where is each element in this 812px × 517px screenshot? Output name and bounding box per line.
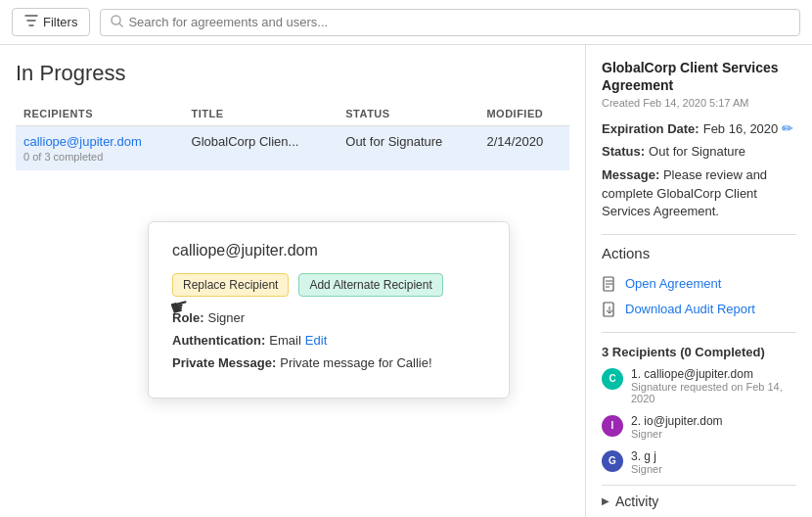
activity-section: ▶ Activity: [602, 485, 796, 509]
recipient-info-2: 2. io@jupiter.dom Signer: [631, 414, 796, 440]
panel-divider-2: [602, 332, 796, 333]
left-panel: In Progress Recipients Title Status Modi…: [0, 45, 585, 517]
panel-status-field: Status: Out for Signature: [602, 144, 796, 159]
filter-button[interactable]: Filters: [12, 8, 90, 36]
recipient-info-1: 1. calliope@jupiter.dom Signature reques…: [631, 367, 796, 404]
search-box: [100, 9, 800, 36]
chevron-right-icon: ▶: [602, 495, 609, 506]
panel-expiration-label: Expiration Date:: [602, 121, 699, 136]
recipient-name-1: 1. calliope@jupiter.dom: [631, 367, 796, 381]
panel-divider-1: [602, 234, 796, 235]
replace-recipient-button[interactable]: Replace Recipient: [172, 273, 289, 297]
recipient-popup: calliope@jupiter.dom Replace Recipient A…: [148, 221, 510, 399]
document-icon: [602, 276, 617, 292]
panel-created: Created Feb 14, 2020 5:17 AM: [602, 97, 796, 109]
panel-expiration-value: Feb 16, 2020: [703, 121, 779, 136]
panel-agreement-title: GlobalCorp Client Services Agreement: [602, 59, 796, 94]
row-recipient-email: calliope@jupiter.dom: [23, 134, 176, 149]
popup-actions: Replace Recipient Add Alternate Recipien…: [172, 273, 485, 297]
panel-status-label: Status:: [602, 144, 645, 159]
add-alternate-button[interactable]: Add Alternate Recipient: [298, 273, 442, 297]
download-icon: [602, 302, 617, 317]
popup-auth-edit[interactable]: Edit: [305, 333, 327, 348]
action-download-audit[interactable]: Download Audit Report: [602, 297, 796, 322]
recipient-item-3: G 3. g j Signer: [602, 449, 796, 475]
recipient-item-1: C 1. calliope@jupiter.dom Signature requ…: [602, 367, 796, 404]
action-open-label: Open Agreement: [625, 276, 721, 291]
row-recipient-sub: 0 of 3 completed: [23, 151, 176, 163]
recipient-note-1: Signature requested on Feb 14, 2020: [631, 381, 796, 404]
popup-auth-label: Authentication:: [172, 333, 265, 348]
action-download-label: Download Audit Report: [625, 302, 755, 316]
panel-message-label: Message:: [602, 167, 659, 182]
popup-role-label: Role:: [172, 310, 204, 325]
recipient-role-2: Signer: [631, 428, 796, 440]
popup-auth-value: Email: [269, 333, 301, 348]
row-title: GlobalCorp Clien...: [184, 126, 338, 171]
popup-email: calliope@jupiter.dom: [172, 242, 485, 259]
row-modified: 2/14/2020: [478, 126, 569, 171]
col-recipients: Recipients: [16, 102, 184, 126]
filter-label: Filters: [43, 15, 77, 29]
recipient-name-3: 3. g j: [631, 449, 796, 463]
actions-title: Actions: [602, 245, 796, 261]
recipient-role-3: Signer: [631, 463, 796, 475]
toolbar: Filters: [0, 0, 812, 45]
activity-toggle[interactable]: ▶ Activity: [602, 494, 796, 509]
main-layout: In Progress Recipients Title Status Modi…: [0, 45, 812, 517]
search-icon: [111, 15, 123, 30]
recipient-avatar-2: I: [602, 415, 623, 437]
right-panel: GlobalCorp Client Services Agreement Cre…: [585, 45, 812, 517]
panel-status-value: Out for Signature: [649, 144, 745, 159]
popup-auth-field: Authentication: Email Edit: [172, 333, 485, 348]
recipient-name-2: 2. io@jupiter.dom: [631, 414, 796, 428]
row-status: Out for Signature: [338, 126, 478, 171]
recipient-avatar-1: C: [602, 368, 623, 390]
panel-expiration-field: Expiration Date: Feb 16, 2020 ✏: [602, 120, 796, 136]
recipient-info-3: 3. g j Signer: [631, 449, 796, 475]
popup-private-value: Private message for Callie!: [280, 355, 431, 370]
filter-icon: [24, 14, 38, 30]
col-modified: Modified: [478, 102, 569, 126]
popup-role-field: Role: Signer: [172, 310, 485, 325]
expiration-edit-icon[interactable]: ✏: [782, 120, 793, 136]
popup-private-field: Private Message: Private message for Cal…: [172, 355, 485, 370]
popup-private-label: Private Message:: [172, 355, 276, 370]
recipients-title: 3 Recipients (0 Completed): [602, 345, 796, 359]
panel-message-field: Message: Please review and complete Glob…: [602, 166, 796, 220]
search-input[interactable]: [128, 15, 789, 29]
activity-label: Activity: [615, 494, 658, 509]
svg-rect-2: [604, 303, 613, 316]
col-status: Status: [338, 102, 478, 126]
page-title: In Progress: [16, 61, 569, 86]
recipient-avatar-3: G: [602, 450, 623, 472]
popup-role-value: Signer: [208, 310, 246, 325]
table-row[interactable]: calliope@jupiter.dom 0 of 3 completed Gl…: [16, 126, 569, 171]
recipient-item-2: I 2. io@jupiter.dom Signer: [602, 414, 796, 440]
action-open-agreement[interactable]: Open Agreement: [602, 271, 796, 297]
col-title: Title: [184, 102, 338, 126]
agreements-table: Recipients Title Status Modified calliop…: [16, 102, 569, 170]
